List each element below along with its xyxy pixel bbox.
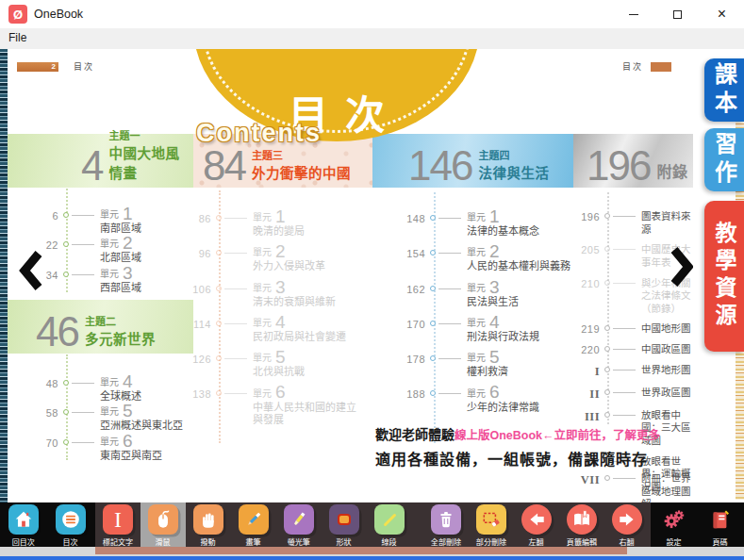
side-tab-teaching-resources[interactable]: 教學資源: [704, 201, 744, 352]
previous-page-button[interactable]: [19, 249, 43, 296]
toc-item[interactable]: I世界地形圖: [568, 360, 693, 379]
toc-item[interactable]: 162單元3民法與生活: [393, 279, 574, 308]
minimize-button[interactable]: [611, 0, 655, 28]
toc-unit-line: 單元1: [253, 208, 360, 224]
toolbar-page-right[interactable]: 右翻: [604, 502, 650, 547]
window-title: OneBook: [34, 8, 83, 21]
toc-item[interactable]: 106單元3清末的衰頹與維新: [179, 279, 360, 308]
toc-item[interactable]: 22單元2北部區域: [26, 235, 190, 264]
side-tab-workbook[interactable]: 習作: [704, 128, 744, 191]
toc-item[interactable]: 148單元1法律的基本概念: [393, 208, 574, 238]
toc-unit: 單元2人民的基本權利與義務: [467, 243, 574, 272]
toc-connector: [613, 249, 636, 250]
toc-page-number: VII: [568, 469, 600, 487]
toc-node-dot: [430, 321, 436, 326]
toc-unit: 單元6東南亞與南亞: [100, 433, 190, 462]
appendix-title: 附冊：世界區域地理圖解: [641, 469, 693, 502]
toc-list-theme2: 48單元4全球概述58單元5亞洲概述與東北亞70單元6東南亞與南亞: [26, 373, 190, 462]
toolbar-bookmark-edit[interactable]: 頁籤編輯: [559, 502, 604, 547]
side-tab-textbook[interactable]: 課本: [704, 58, 744, 122]
toolbar-mark-text[interactable]: I標記文字: [95, 502, 141, 547]
toolbar-toc[interactable]: 目次: [47, 502, 94, 547]
toc-item[interactable]: 196圖表資料來源: [568, 206, 693, 236]
theme-label: 主題四: [478, 147, 549, 162]
toc-unit-line: 單元5: [253, 349, 360, 365]
unit-number: 3: [275, 279, 286, 295]
unit-label: 單元: [100, 210, 119, 222]
toc-page-number: 154: [393, 243, 425, 259]
unit-title: 權利救濟: [467, 366, 574, 378]
toolbar-label: 頁籤編輯: [567, 535, 597, 546]
toolbar-label: 標記文字: [103, 535, 133, 546]
toc-item[interactable]: VII附冊：世界區域地理圖解: [568, 469, 693, 502]
page-slider-track[interactable]: [95, 547, 627, 554]
toolbar-line[interactable]: 線段: [367, 502, 412, 547]
toc-item[interactable]: 70單元6東南亞與南亞: [26, 433, 190, 462]
toolbar-pen[interactable]: 畫筆: [231, 502, 276, 547]
toc-icon: [56, 504, 86, 535]
toc-connector: [613, 392, 636, 393]
maximize-button[interactable]: [655, 0, 700, 28]
toolbar-label: 畫筆: [246, 535, 261, 546]
toolbar-label: 滑鼠: [156, 535, 171, 546]
toc-item[interactable]: 48單元4全球概述: [26, 373, 190, 403]
theme-start-page: 146: [408, 149, 471, 183]
toolbar-label: 部分刪除: [476, 535, 506, 546]
toolbar-shape[interactable]: 形狀: [322, 502, 367, 547]
toolbar-delete-all[interactable]: 全部刪除: [423, 502, 469, 547]
unit-label: 單元: [467, 213, 486, 224]
toc-page-number: I: [568, 360, 600, 379]
unit-label: 單元: [253, 389, 272, 401]
onebook-window: Ø OneBook × File 2 目次 目次 目次 Contents 4 主…: [0, 0, 744, 560]
toolbar-page-left[interactable]: 左翻: [514, 502, 559, 547]
toc-node-dot: [430, 215, 436, 221]
theme2-banner: 46 主題二 多元新世界: [8, 300, 193, 354]
toc-node-dot: [63, 241, 69, 247]
highlighter-icon: [284, 504, 314, 535]
toolbar-home[interactable]: 回目次: [0, 502, 47, 547]
promo-link-text[interactable]: 線上版OneBook←立即前往，了解更多: [455, 429, 660, 442]
toc-item[interactable]: 6單元1南部區域: [26, 206, 190, 235]
close-button[interactable]: ×: [700, 0, 744, 28]
settings-icon: [659, 504, 689, 535]
toc-node-dot: [63, 272, 69, 277]
toolbar-label: 撥動: [201, 535, 216, 546]
toc-item[interactable]: 126單元5北伐與抗戰: [179, 349, 360, 378]
toc-item[interactable]: 138單元6中華人民共和國的建立與發展: [179, 384, 360, 425]
toolbar-page-number[interactable]: 頁碼: [697, 502, 743, 547]
toc-item[interactable]: 178單元5權利救濟: [393, 349, 574, 378]
toc-item[interactable]: 170單元4刑法與行政法規: [393, 314, 574, 343]
toc-item[interactable]: 34單元3西部區域: [26, 265, 190, 294]
toc-connector: [72, 274, 94, 275]
toolbar-mouse[interactable]: 滑鼠: [141, 502, 186, 547]
toc-item[interactable]: 219中國地形圖: [568, 319, 693, 336]
menu-file[interactable]: File: [8, 31, 26, 44]
toolbar-delete-part[interactable]: 部分刪除: [469, 502, 514, 547]
toc-node-dot: [604, 475, 610, 481]
toc-unit: 單元4全球概述: [100, 373, 190, 403]
toc-item[interactable]: 188單元6少年的法律常識: [393, 384, 574, 413]
toc-item[interactable]: 114單元4民初政局與社會變遷: [179, 314, 360, 343]
toc-item[interactable]: 96單元2外力入侵與改革: [179, 243, 360, 272]
maximize-icon: [673, 10, 682, 19]
toc-unit-line: 單元6: [253, 384, 360, 400]
toc-item[interactable]: 154單元2人民的基本權利與義務: [393, 243, 574, 272]
toc-item[interactable]: 58單元5亞洲概述與東北亞: [26, 403, 190, 432]
theme-start-page: 4: [81, 149, 102, 183]
toolbar-settings[interactable]: 設定: [651, 502, 697, 547]
home-icon: [8, 504, 39, 535]
toc-item[interactable]: 220中國政區圖: [568, 339, 693, 356]
unit-number: 3: [123, 265, 133, 281]
toolbar-highlighter[interactable]: 螢光筆: [276, 502, 322, 547]
toc-node-dot: [63, 439, 69, 445]
toc-unit: 單元6中華人民共和國的建立與發展: [253, 384, 360, 425]
current-page-number: 2: [52, 63, 58, 71]
appendix-title: 世界地形圖: [641, 360, 693, 377]
theme-label: 主題一: [108, 127, 193, 142]
toolbar-pan[interactable]: 撥動: [186, 502, 231, 547]
unit-number: 1: [275, 208, 286, 224]
toolbar-label: 頁碼: [712, 535, 727, 546]
next-page-button[interactable]: [670, 245, 693, 292]
toc-item[interactable]: 86單元1晚清的變局: [179, 208, 360, 238]
toc-item[interactable]: II世界政區圖: [568, 383, 693, 402]
